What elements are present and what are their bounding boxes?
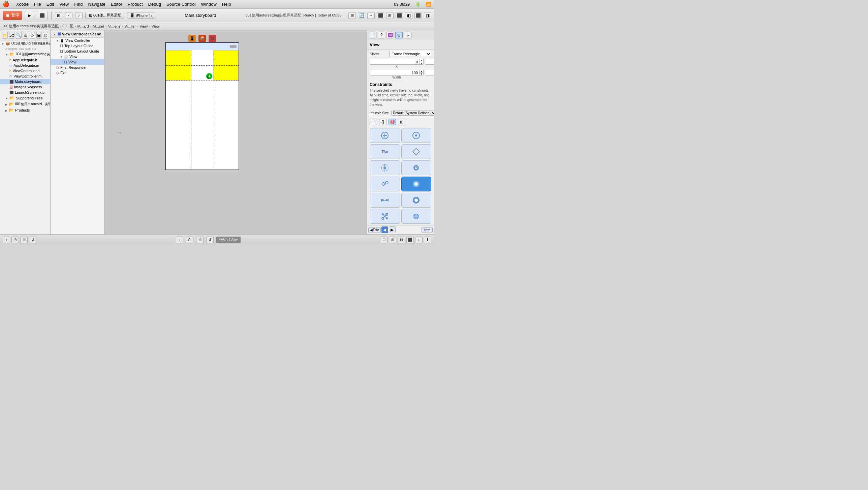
menu-view[interactable]: View — [59, 2, 69, 7]
inspector-id-btn[interactable]: 🆔 — [386, 32, 394, 38]
inspector-size-btn[interactable]: ⊞ — [395, 32, 403, 38]
file-nav-git-btn[interactable]: ⎇ — [9, 32, 14, 39]
widget-7[interactable] — [370, 177, 400, 191]
nav-next-btn[interactable]: › — [75, 12, 83, 19]
layout-center-btn[interactable]: 🔄 — [358, 12, 365, 19]
breadcrumb-item-5[interactable]: Vi...ene — [108, 24, 121, 28]
breadcrumb-item-3[interactable]: M...ard — [77, 24, 89, 28]
layout-left-btn[interactable]: ⊟ — [348, 12, 356, 19]
back-nav-btn[interactable]: ◀ — [381, 226, 388, 233]
item-tab-btn[interactable]: Item — [422, 227, 433, 233]
widget-6[interactable] — [401, 160, 432, 175]
menu-editor[interactable]: Editor — [111, 2, 122, 7]
file-products-folder[interactable]: 📂 Products — [0, 107, 50, 113]
scene-first-responder[interactable]: ⬡ First Responder — [51, 65, 104, 70]
breadcrumb-item-7[interactable]: View — [140, 24, 148, 28]
widget-11[interactable] — [370, 209, 400, 224]
width-down-btn[interactable]: ▼ — [420, 73, 423, 75]
widget-1[interactable] — [370, 128, 400, 143]
actual-size-btn[interactable]: ⊞ — [389, 237, 396, 243]
scene-top-layout-guide[interactable]: ☐ Top Layout Guide — [51, 43, 104, 49]
show-select[interactable]: Frame Rectangle — [389, 51, 431, 57]
grid-scene-btn[interactable]: ⊞ — [196, 237, 204, 243]
stop-button[interactable]: ⏹ 暂停 — [3, 11, 22, 20]
scene-exit[interactable]: ⬡ Exit — [51, 70, 104, 75]
widget-5[interactable] — [370, 160, 400, 175]
menu-edit[interactable]: Edit — [46, 2, 54, 7]
menu-help[interactable]: Help — [222, 2, 231, 7]
debugger-toggle-btn[interactable]: ⬛ — [414, 12, 422, 19]
file-nav-test-btn[interactable]: ◇ — [30, 32, 35, 39]
inspector-quickhelp-btn[interactable]: ? — [378, 32, 385, 38]
file-nav-debug-btn[interactable]: ▣ — [36, 32, 42, 39]
grid-view-btn[interactable]: ⊞ — [20, 237, 28, 243]
width-input[interactable] — [370, 70, 419, 75]
widget-3[interactable]: TAc — [370, 144, 400, 159]
timeline-btn[interactable]: ⏱ — [11, 237, 19, 243]
title-tab-btn[interactable]: ◀ Title — [368, 227, 381, 233]
file-nav-search-btn[interactable]: 🔍 — [16, 32, 22, 39]
scheme-selector[interactable]: 🏗 001使...屏幕适配 — [85, 12, 124, 19]
zoom-out-btn[interactable]: ⊟ — [398, 237, 405, 243]
timeline-scene-btn[interactable]: ⏱ — [186, 237, 193, 243]
file-viewcontroller-h[interactable]: h ViewController.h — [0, 68, 50, 73]
widget-4[interactable] — [401, 144, 432, 159]
breadcrumb-item-1[interactable]: 001使用autoresizing实现屏幕适配 — [3, 24, 59, 29]
menu-find[interactable]: Find — [74, 2, 83, 7]
file-nav-warn-btn[interactable]: ⚠ — [23, 32, 28, 39]
nav-prev-btn[interactable]: ‹ — [65, 12, 72, 19]
inspector-toggle-btn[interactable]: ◨ — [424, 12, 431, 19]
x-down-btn[interactable]: ▼ — [420, 62, 423, 64]
add-objects-btn[interactable]: + — [415, 237, 423, 243]
file-viewcontroller-m[interactable]: m ViewController.m — [0, 73, 50, 79]
breadcrumb-item-2[interactable]: 00...配 — [62, 24, 73, 29]
widget-9[interactable] — [370, 193, 400, 208]
refresh-scene-btn[interactable]: ↺ — [206, 237, 214, 243]
x-up-btn[interactable]: ▲ — [420, 59, 423, 62]
zoom-in-btn[interactable]: ⬛ — [406, 237, 414, 243]
file-appdelegate-m[interactable]: m AppDelegate.m — [0, 63, 50, 68]
breadcrumb-item-4[interactable]: M...se) — [93, 24, 104, 28]
inspector-tab-code[interactable]: {} — [379, 119, 386, 125]
nav-grid-btn[interactable]: ⊞ — [55, 12, 62, 19]
run-button[interactable]: ▶ — [25, 11, 34, 20]
inspector-tab-target[interactable]: 🎯 — [389, 119, 396, 125]
widget-12[interactable] — [401, 209, 432, 224]
refresh-btn[interactable]: ↺ — [29, 237, 36, 243]
layout-right-btn[interactable]: ↔ — [367, 12, 375, 19]
square-button[interactable]: ⬛ — [37, 11, 48, 20]
inspector-tab-file2[interactable]: 📄 — [370, 119, 377, 125]
widget-2[interactable] — [401, 128, 432, 143]
size-class-indicator[interactable]: wAny hAny — [216, 237, 240, 243]
menu-window[interactable]: Window — [201, 2, 217, 7]
menu-file[interactable]: File — [34, 2, 41, 7]
x-input[interactable] — [370, 60, 419, 64]
navigator-toggle-btn[interactable]: ◧ — [405, 12, 412, 19]
view-controller-frame[interactable]: 📱 📦 ⬡ — [165, 42, 239, 170]
width-up-btn[interactable]: ▲ — [420, 70, 423, 73]
inspector-connect-btn[interactable]: ⬦ — [404, 32, 411, 38]
file-project-root[interactable]: 📂 001使用autoresizing实现屏幕适配 — [0, 51, 50, 57]
editor-assistant-btn[interactable]: ⊞ — [386, 12, 394, 19]
breadcrumb-item-6[interactable]: Vi...ller — [124, 24, 135, 28]
menu-navigate[interactable]: Navigate — [88, 2, 105, 7]
y-input[interactable] — [425, 60, 434, 64]
menu-product[interactable]: Product — [128, 2, 143, 7]
file-nav-folder-btn[interactable]: 📁 — [2, 32, 8, 39]
add-item-btn[interactable]: + — [3, 237, 10, 243]
green-plus-indicator[interactable]: + — [206, 73, 212, 79]
inspector-file-btn[interactable]: 📄 — [369, 32, 376, 38]
file-supporting-files[interactable]: 📂 Supporting Files — [0, 95, 50, 101]
breadcrumb-item-8[interactable]: View — [152, 24, 160, 28]
inspector-tab-grid[interactable]: ⊞ — [398, 119, 405, 125]
file-launchscreen-xib[interactable]: ⬛ LaunchScreen.xib — [0, 90, 50, 95]
widget-10[interactable] — [401, 193, 432, 208]
menu-debug[interactable]: Debug — [148, 2, 161, 7]
scene-bottom-layout-guide[interactable]: ☐ Bottom Layout Guide — [51, 49, 104, 54]
file-appdelegate-h[interactable]: h AppDelegate.h — [0, 57, 50, 63]
height-input[interactable] — [425, 70, 434, 75]
file-nav-history-btn[interactable]: ◎ — [43, 32, 48, 39]
file-tests-folder[interactable]: 📂 001使用autoresizi...实现屏幕适配Tests — [0, 101, 50, 107]
scene-view-controller[interactable]: 📱 View Controller — [51, 38, 104, 43]
menu-source-control[interactable]: Source Control — [166, 2, 196, 7]
